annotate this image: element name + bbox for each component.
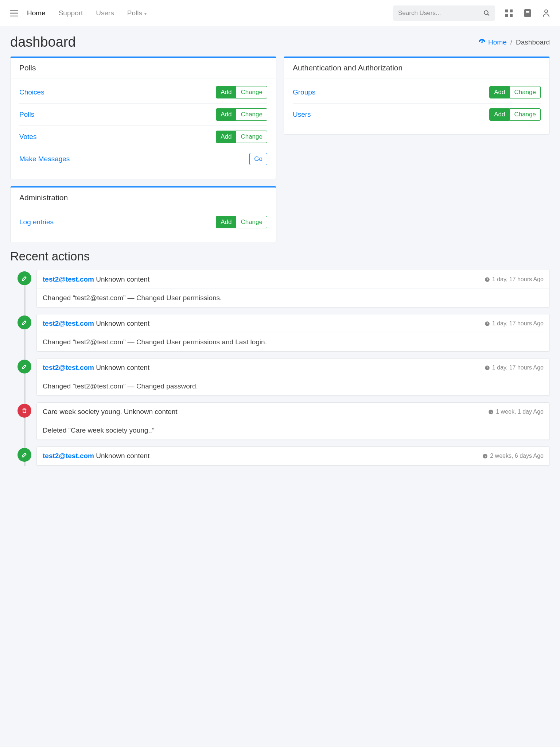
timeline-card-header: test2@test.com Unknown content1 day, 17 … <box>37 359 549 377</box>
clock-icon <box>485 277 490 282</box>
clock-icon <box>482 453 488 459</box>
user-icon[interactable] <box>542 9 550 17</box>
model-link[interactable]: Votes <box>19 133 37 141</box>
nav-item-support[interactable]: Support <box>59 9 83 17</box>
cards-row: PollsChoicesAddChangePollsAddChangeVotes… <box>10 57 550 242</box>
clock-icon <box>488 409 494 415</box>
add-button[interactable]: Add <box>216 86 236 98</box>
trash-icon <box>18 404 31 418</box>
add-button[interactable]: Add <box>216 131 236 143</box>
timeline-user-link[interactable]: test2@test.com <box>43 452 94 460</box>
change-button[interactable]: Change <box>236 108 267 121</box>
search-icon[interactable] <box>483 10 490 16</box>
add-button[interactable]: Add <box>216 216 236 228</box>
timeline-item: Care week society young. Unknown content… <box>36 402 550 440</box>
page-title: dashboard <box>10 34 76 50</box>
card-body: GroupsAddChangeUsersAddChange <box>284 78 549 134</box>
timeline-time: 1 day, 17 hours Ago <box>485 320 544 327</box>
card: Authentication and AuthorizationGroupsAd… <box>284 57 550 135</box>
edit-icon <box>18 448 31 462</box>
hamburger-icon[interactable] <box>10 10 18 16</box>
clock-icon <box>485 321 490 326</box>
clock-icon <box>485 365 490 371</box>
timeline-card-header: test2@test.com Unknown content1 day, 17 … <box>37 314 549 333</box>
timeline-item: test2@test.com Unknown content1 day, 17 … <box>36 270 550 307</box>
timeline-user-link[interactable]: test2@test.com <box>43 275 94 283</box>
svg-rect-2 <box>510 9 513 12</box>
grid-icon[interactable] <box>505 9 513 17</box>
timeline-card: Care week society young. Unknown content… <box>36 402 550 440</box>
model-link[interactable]: Users <box>293 111 311 119</box>
change-button[interactable]: Change <box>236 86 267 98</box>
model-row: Log entriesAddChange <box>19 211 267 233</box>
timeline-body: Deleted “Care week society young..” <box>37 421 549 440</box>
timeline-time: 1 day, 17 hours Ago <box>485 364 544 371</box>
add-button[interactable]: Add <box>489 86 510 98</box>
add-button[interactable]: Add <box>216 108 236 121</box>
card-header: Polls <box>11 58 276 78</box>
search-box[interactable] <box>393 5 495 21</box>
timeline-item: test2@test.com Unknown content1 day, 17 … <box>36 314 550 352</box>
change-button[interactable]: Change <box>236 131 267 143</box>
model-link[interactable]: Choices <box>19 88 44 96</box>
model-row: PollsAddChange <box>19 104 267 126</box>
timeline-card-header: test2@test.com Unknown content2 weeks, 6… <box>37 447 549 465</box>
model-link[interactable]: Polls <box>19 111 34 119</box>
card-header: Authentication and Authorization <box>284 58 549 78</box>
navbar: HomeSupportUsersPolls <box>0 0 560 26</box>
svg-rect-1 <box>505 9 508 12</box>
svg-point-0 <box>484 11 488 15</box>
nav-item-users[interactable]: Users <box>96 9 114 17</box>
change-button[interactable]: Change <box>236 216 267 228</box>
model-row: UsersAddChange <box>293 104 541 125</box>
timeline-title: test2@test.com Unknown content <box>43 452 149 460</box>
timeline-time: 1 week, 1 day Ago <box>488 409 544 415</box>
model-row: Make MessagesGo <box>19 148 267 170</box>
add-button[interactable]: Add <box>489 108 510 121</box>
content: dashboard Home / Dashboard PollsChoicesA… <box>0 26 560 487</box>
model-link[interactable]: Groups <box>293 88 315 96</box>
model-link[interactable]: Log entries <box>19 218 54 226</box>
timeline-card-header: Care week society young. Unknown content… <box>37 403 549 421</box>
nav-item-home[interactable]: Home <box>27 9 46 17</box>
timeline-card-header: test2@test.com Unknown content1 day, 17 … <box>37 270 549 289</box>
timeline-item: test2@test.com Unknown content2 weeks, 6… <box>36 446 550 466</box>
timeline: test2@test.com Unknown content1 day, 17 … <box>10 270 550 466</box>
button-group: AddChange <box>216 131 267 143</box>
timeline-user-link[interactable]: test2@test.com <box>43 320 94 327</box>
change-button[interactable]: Change <box>510 86 541 98</box>
button-group: Go <box>249 153 267 165</box>
timeline-time: 2 weeks, 6 days Ago <box>482 453 544 459</box>
timeline-time: 1 day, 17 hours Ago <box>485 276 544 283</box>
card: PollsChoicesAddChangePollsAddChangeVotes… <box>10 57 276 179</box>
svg-rect-7 <box>526 12 529 13</box>
breadcrumb: Home / Dashboard <box>478 38 550 46</box>
button-group: AddChange <box>216 216 267 228</box>
change-button[interactable]: Change <box>510 108 541 121</box>
timeline-title: test2@test.com Unknown content <box>43 320 149 328</box>
card-body: ChoicesAddChangePollsAddChangeVotesAddCh… <box>11 78 276 179</box>
model-row: ChoicesAddChange <box>19 81 267 104</box>
cards-col-left: PollsChoicesAddChangePollsAddChangeVotes… <box>10 57 276 242</box>
edit-icon <box>18 316 31 329</box>
recent-actions-title: Recent actions <box>10 249 550 263</box>
button-group: AddChange <box>489 108 541 121</box>
nav-item-polls[interactable]: Polls <box>127 9 147 17</box>
timeline-body: Changed “test2@test.com” — Changed passw… <box>37 377 549 395</box>
card-header: Administration <box>11 187 276 208</box>
svg-rect-4 <box>510 14 513 17</box>
go-button[interactable]: Go <box>249 153 267 165</box>
breadcrumb-sep: / <box>510 38 512 46</box>
svg-rect-6 <box>526 11 529 12</box>
timeline-title: test2@test.com Unknown content <box>43 275 149 283</box>
navbar-right-icons <box>505 9 550 17</box>
content-header: dashboard Home / Dashboard <box>10 34 550 50</box>
timeline-card: test2@test.com Unknown content1 day, 17 … <box>36 314 550 352</box>
svg-point-9 <box>481 42 483 43</box>
search-input[interactable] <box>398 9 483 17</box>
model-link[interactable]: Make Messages <box>19 155 70 163</box>
model-row: VotesAddChange <box>19 126 267 148</box>
timeline-user-link[interactable]: test2@test.com <box>43 364 94 371</box>
book-icon[interactable] <box>524 9 531 17</box>
breadcrumb-home[interactable]: Home <box>478 38 507 46</box>
